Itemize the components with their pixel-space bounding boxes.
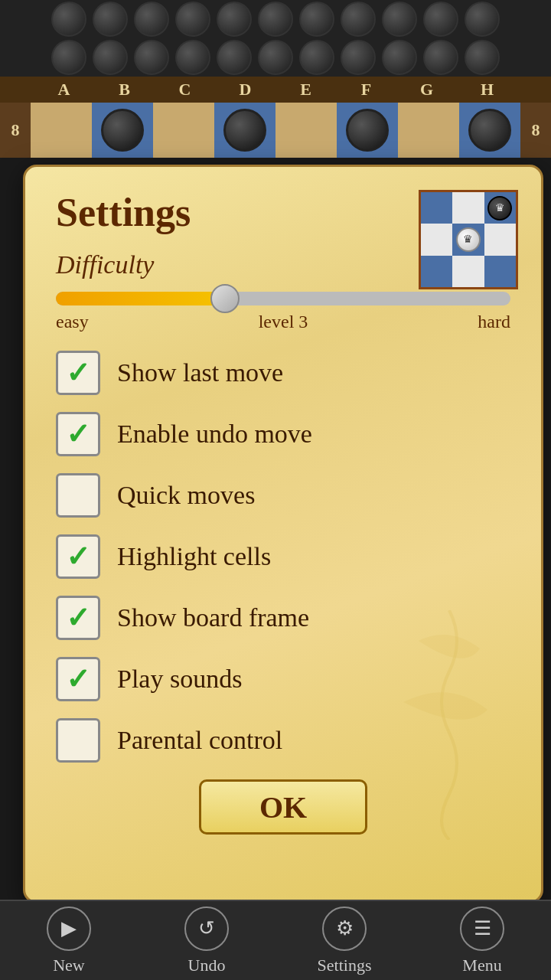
label-hard: hard — [478, 312, 510, 332]
nav-item-undo[interactable]: ↺ Undo — [145, 906, 268, 975]
menu-icon: ☰ — [460, 906, 504, 951]
col-a: A — [37, 80, 91, 100]
checkbox-label-highlight-cells: Highlight cells — [117, 542, 271, 571]
piece — [258, 40, 293, 75]
piece — [258, 2, 293, 37]
col-labels: A B C D E F G H — [0, 77, 551, 103]
col-e: E — [279, 80, 333, 100]
checkbox-show-board-frame[interactable]: ✓ Show board frame — [56, 596, 510, 640]
piece — [341, 2, 376, 37]
preview-cell — [421, 224, 452, 255]
ok-button-container: OK — [56, 779, 510, 835]
board-cells — [31, 103, 520, 158]
top-pieces-area — [0, 0, 551, 77]
board-piece — [468, 109, 511, 152]
preview-board: ♛ ♛ — [419, 190, 518, 289]
cell-c8[interactable] — [153, 103, 214, 158]
board-piece — [101, 109, 144, 152]
ok-button[interactable]: OK — [199, 779, 367, 835]
preview-cell — [484, 224, 516, 255]
preview-cell: ♛ — [452, 224, 484, 255]
checkbox-label-enable-undo: Enable undo move — [117, 420, 312, 449]
cell-f8[interactable] — [337, 103, 398, 158]
slider-thumb[interactable] — [210, 284, 240, 313]
row-label-8-right: 8 — [520, 120, 551, 140]
checkbox-play-sounds[interactable]: ✓ Play sounds — [56, 657, 510, 701]
checkbox-box-play-sounds[interactable]: ✓ — [56, 657, 100, 701]
piece — [382, 2, 417, 37]
cell-b8[interactable] — [92, 103, 153, 158]
checkbox-quick-moves[interactable]: Quick moves — [56, 473, 510, 518]
piece — [175, 2, 210, 37]
checkbox-box-show-board-frame[interactable]: ✓ — [56, 596, 100, 640]
nav-label-undo: Undo — [188, 956, 226, 975]
bottom-nav: ▶ New ↺ Undo ⚙ Settings ☰ Menu — [0, 900, 551, 980]
cell-d8[interactable] — [214, 103, 276, 158]
board-row-8: 8 8 — [0, 103, 551, 158]
piece — [341, 40, 376, 75]
piece — [382, 40, 417, 75]
piece — [299, 2, 334, 37]
piece — [51, 40, 86, 75]
checkbox-box-show-last-move[interactable]: ✓ — [56, 351, 100, 395]
piece — [175, 40, 210, 75]
checkbox-show-last-move[interactable]: ✓ Show last move — [56, 351, 510, 395]
piece — [299, 40, 334, 75]
slider-fill — [56, 292, 215, 305]
preview-cell — [421, 256, 452, 287]
preview-cell: ♛ — [484, 192, 516, 224]
preview-grid: ♛ ♛ — [421, 192, 516, 287]
new-icon: ▶ — [47, 906, 91, 951]
col-c: C — [158, 80, 212, 100]
label-level: level 3 — [89, 312, 478, 332]
cell-g8[interactable] — [398, 103, 459, 158]
board-area: A B C D E F G H 8 8 — [0, 77, 551, 158]
checkbox-highlight-cells[interactable]: ✓ Highlight cells — [56, 534, 510, 579]
piece — [423, 2, 458, 37]
cell-h8[interactable] — [459, 103, 520, 158]
preview-cell — [484, 256, 516, 287]
settings-panel: ♛ ♛ Settings Difficulty easy level 3 har… — [23, 165, 543, 903]
checkbox-label-show-last-move: Show last move — [117, 358, 283, 387]
preview-cell — [421, 192, 452, 224]
checkbox-box-highlight-cells[interactable]: ✓ — [56, 534, 100, 579]
piece — [134, 40, 169, 75]
checkbox-box-quick-moves[interactable] — [56, 473, 100, 518]
nav-label-new: New — [53, 956, 85, 975]
checkmark-enable-undo: ✓ — [66, 420, 90, 449]
piece — [423, 40, 458, 75]
nav-item-new[interactable]: ▶ New — [8, 906, 130, 975]
nav-label-menu: Menu — [462, 956, 501, 975]
preview-cell — [452, 256, 484, 287]
board-piece — [346, 109, 389, 152]
col-b: B — [98, 80, 152, 100]
preview-piece-king-black: ♛ — [487, 196, 512, 220]
nav-item-menu[interactable]: ☰ Menu — [421, 906, 543, 975]
checkbox-label-quick-moves: Quick moves — [117, 481, 255, 510]
row-label-8: 8 — [0, 120, 31, 140]
piece — [465, 40, 500, 75]
checkbox-box-enable-undo[interactable]: ✓ — [56, 412, 100, 456]
piece — [93, 2, 128, 37]
checkbox-enable-undo[interactable]: ✓ Enable undo move — [56, 412, 510, 456]
piece — [465, 2, 500, 37]
slider-labels: easy level 3 hard — [56, 312, 510, 332]
col-g: G — [400, 80, 454, 100]
slider-track — [56, 292, 510, 305]
preview-cell — [452, 192, 484, 224]
checkbox-parental-control[interactable]: Parental control — [56, 718, 510, 763]
cell-e8[interactable] — [276, 103, 337, 158]
checkbox-label-show-board-frame: Show board frame — [117, 603, 309, 632]
difficulty-slider-container[interactable] — [56, 292, 510, 305]
checkmark-show-board-frame: ✓ — [66, 603, 90, 632]
checkbox-box-parental-control[interactable] — [56, 718, 100, 763]
nav-item-settings[interactable]: ⚙ Settings — [283, 906, 406, 975]
piece — [51, 2, 86, 37]
checkbox-label-play-sounds: Play sounds — [117, 665, 242, 694]
preview-piece-king-white: ♛ — [456, 227, 481, 252]
piece — [93, 40, 128, 75]
cell-a8[interactable] — [31, 103, 92, 158]
piece — [134, 2, 169, 37]
checkmark-play-sounds: ✓ — [66, 665, 90, 694]
checkbox-label-parental-control: Parental control — [117, 726, 282, 755]
